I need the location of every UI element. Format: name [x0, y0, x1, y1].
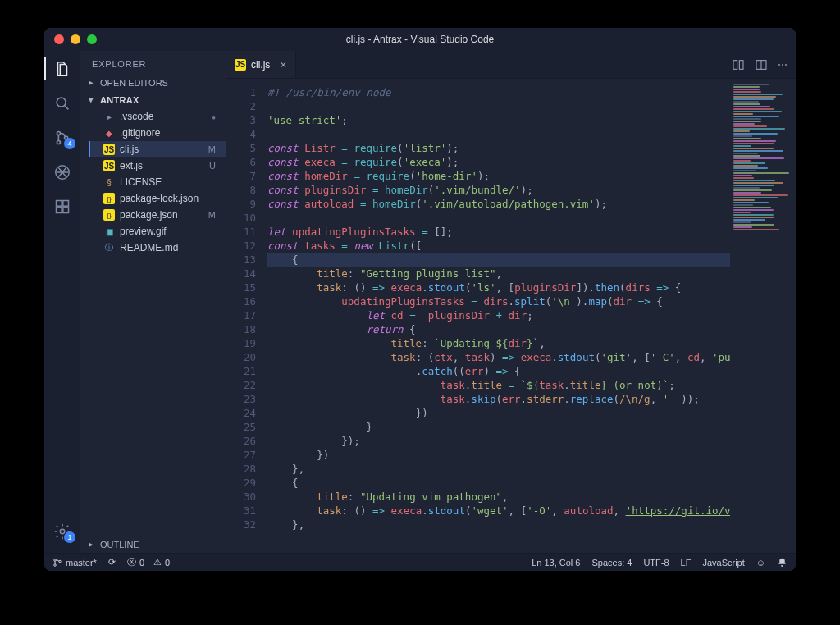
errors-count: 0 — [139, 558, 144, 568]
md-file-icon: ⓘ — [103, 242, 115, 253]
warnings-count: 0 — [165, 558, 170, 568]
search-icon[interactable] — [52, 94, 72, 113]
file-name: .vscode — [120, 111, 153, 122]
file-name: .gitignore — [120, 127, 160, 139]
file-name: package.json — [120, 209, 178, 221]
svg-point-13 — [54, 559, 57, 561]
git-file-icon: ◆ — [103, 127, 115, 139]
file-status-flag: M — [208, 144, 219, 154]
lic-file-icon: § — [103, 176, 115, 188]
split-editor-icon[interactable] — [755, 58, 768, 71]
code-content[interactable]: #! /usr/bin/env node 'use strict'; const… — [264, 79, 796, 553]
svg-rect-10 — [733, 60, 737, 69]
js-file-icon: JS — [235, 59, 246, 71]
file-status-flag: U — [209, 161, 219, 171]
file-item-ext-js[interactable]: JSext.jsU — [89, 157, 226, 174]
file-item-package-lock-json[interactable]: {}package-lock.json — [89, 190, 226, 207]
svg-point-2 — [57, 140, 60, 144]
section-open-editors[interactable]: ▸OPEN EDITORS — [80, 74, 226, 91]
minimize-window-button[interactable] — [71, 34, 80, 44]
traffic-lights — [44, 34, 97, 44]
errors-icon: ⓧ — [127, 556, 136, 568]
svg-rect-8 — [63, 208, 69, 213]
close-window-button[interactable] — [54, 34, 64, 44]
js-file-icon: JS — [103, 160, 115, 171]
cursor-position[interactable]: Ln 13, Col 6 — [532, 558, 580, 568]
svg-point-14 — [54, 563, 57, 566]
warnings-icon: ⚠ — [153, 557, 162, 568]
window-title: cli.js - Antrax - Visual Studio Code — [44, 34, 796, 45]
close-tab-icon[interactable]: × — [280, 58, 286, 71]
js-file-icon: JS — [103, 144, 115, 155]
minimap[interactable] — [730, 79, 796, 553]
outline-label: OUTLINE — [100, 540, 139, 550]
file-item-LICENSE[interactable]: §LICENSE — [89, 174, 226, 190]
more-actions-icon[interactable]: ⋯ — [778, 59, 788, 71]
file-item-preview-gif[interactable]: ▣preview.gif — [89, 223, 226, 240]
file-status-flag: M — [208, 210, 219, 220]
language-mode[interactable]: JavaScript — [702, 558, 744, 568]
scm-icon[interactable]: 4 — [52, 128, 72, 148]
settings-badge: 1 — [64, 531, 75, 543]
sync-button[interactable]: ⟳ — [108, 557, 116, 568]
svg-rect-5 — [57, 201, 62, 207]
tab-cli-js[interactable]: JS cli.js × — [226, 51, 296, 78]
file-name: ext.js — [120, 160, 143, 171]
file-status-flag — [212, 112, 219, 121]
file-name: README.md — [120, 242, 178, 253]
compare-changes-icon[interactable] — [732, 58, 745, 71]
json-file-icon: {} — [103, 193, 115, 204]
sidebar-title: EXPLORER — [80, 51, 226, 74]
debug-icon[interactable] — [52, 162, 72, 182]
encoding[interactable]: UTF-8 — [643, 558, 669, 568]
settings-gear-icon[interactable]: 1 — [52, 522, 72, 541]
branch-label: master* — [66, 558, 97, 568]
explorer-icon[interactable] — [52, 59, 72, 79]
tab-label: cli.js — [251, 59, 270, 71]
indentation[interactable]: Spaces: 4 — [591, 558, 632, 568]
editor-area: JS cli.js × ⋯ 12345678910111213141516171… — [226, 51, 796, 553]
file-item-package-json[interactable]: {}package.jsonM — [89, 207, 226, 223]
feedback-icon[interactable]: ☺ — [756, 558, 765, 568]
file-item-cli-js[interactable]: JScli.jsM — [89, 141, 226, 157]
sync-icon: ⟳ — [108, 557, 116, 568]
tab-bar: JS cli.js × ⋯ — [226, 51, 796, 79]
file-tree: ▸.vscode◆.gitignoreJScli.jsMJSext.jsU§LI… — [80, 108, 226, 256]
svg-point-0 — [57, 98, 66, 107]
svg-rect-7 — [57, 208, 62, 213]
code-editor[interactable]: 1234567891011121314151617181920212223242… — [226, 79, 796, 553]
json-file-icon: {} — [103, 209, 115, 221]
vscode-window: cli.js - Antrax - Visual Studio Code 4 1 — [44, 28, 796, 571]
scm-badge: 4 — [64, 138, 75, 149]
titlebar: cli.js - Antrax - Visual Studio Code — [44, 28, 796, 51]
line-gutter: 1234567891011121314151617181920212223242… — [226, 79, 264, 553]
eol[interactable]: LF — [681, 558, 692, 568]
file-name: LICENSE — [120, 176, 162, 188]
sidebar: EXPLORER ▸OPEN EDITORS ▾ANTRAX ▸.vscode◆… — [80, 51, 226, 553]
file-name: package-lock.json — [120, 193, 199, 204]
file-name: preview.gif — [120, 226, 167, 237]
file-name: cli.js — [120, 144, 139, 155]
section-project[interactable]: ▾ANTRAX — [80, 91, 226, 108]
folder-file-icon: ▸ — [103, 111, 115, 122]
activity-bar: 4 1 — [44, 51, 80, 553]
file-item--vscode[interactable]: ▸.vscode — [89, 108, 226, 125]
project-label: ANTRAX — [100, 95, 139, 105]
tab-actions: ⋯ — [732, 51, 796, 78]
svg-rect-11 — [739, 60, 743, 69]
problems[interactable]: ⓧ0 ⚠0 — [127, 556, 170, 568]
img-file-icon: ▣ — [103, 226, 115, 237]
git-branch[interactable]: master* — [52, 558, 97, 568]
file-item--gitignore[interactable]: ◆.gitignore — [89, 125, 226, 141]
extensions-icon[interactable] — [52, 197, 72, 217]
open-editors-label: OPEN EDITORS — [100, 78, 168, 88]
notifications-icon[interactable] — [777, 557, 788, 568]
maximize-window-button[interactable] — [87, 34, 97, 44]
status-bar: master* ⟳ ⓧ0 ⚠0 Ln 13, Col 6 Spaces: 4 U… — [44, 553, 796, 571]
svg-point-1 — [57, 131, 60, 135]
svg-rect-6 — [63, 201, 69, 207]
svg-point-9 — [60, 529, 65, 534]
section-outline[interactable]: ▸OUTLINE — [80, 536, 226, 553]
file-item-README-md[interactable]: ⓘREADME.md — [89, 240, 226, 256]
